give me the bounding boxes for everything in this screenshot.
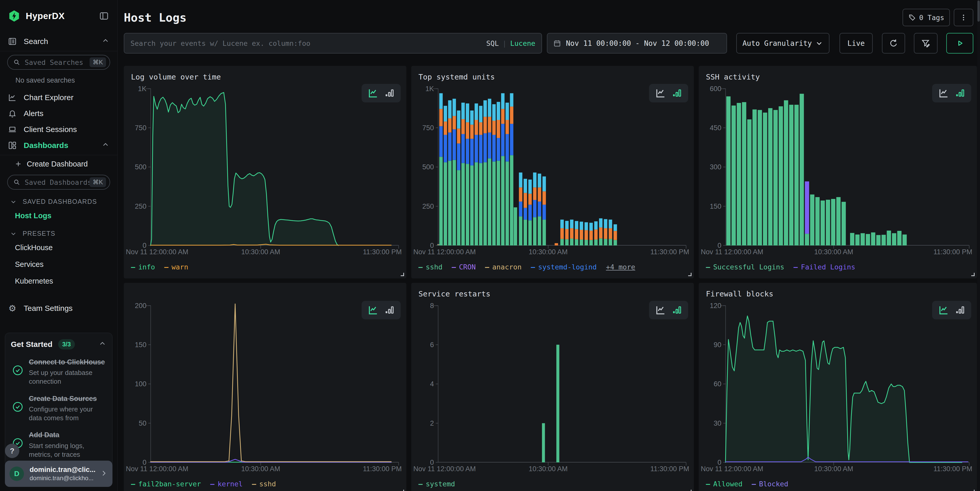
legend-item[interactable]: —systemd — [418, 480, 455, 488]
legend-item[interactable]: —warn — [164, 263, 188, 271]
chart-legend: —Allowed—Blocked — [706, 480, 977, 488]
get-started-step-sources[interactable]: Create Data Sources Configure where your… — [11, 394, 107, 423]
chart-legend: —info—warn — [131, 263, 406, 271]
legend-item[interactable]: —Failed Logins — [794, 263, 856, 271]
legend-item[interactable]: —Successful Logins — [706, 263, 784, 271]
date-range-picker[interactable]: Nov 11 00:00:00 - Nov 12 00:00:00 — [547, 33, 727, 54]
sidebar-item-kubernetes[interactable]: Kubernetes — [0, 273, 117, 289]
hyperdx-logo-icon — [8, 10, 21, 22]
event-search-input[interactable] — [130, 40, 486, 47]
svg-text:90: 90 — [714, 341, 721, 349]
filter-button[interactable] — [914, 33, 937, 54]
sidebar-item-services[interactable]: Services — [0, 256, 117, 273]
scrollbar-thumb[interactable] — [977, 0, 980, 22]
chevron-down-icon — [815, 39, 823, 47]
legend-item[interactable]: —info — [131, 263, 155, 271]
x-tick-label: 11:30:00 PM — [363, 465, 402, 473]
user-name: dominic.tran@clic... — [30, 466, 100, 474]
live-button[interactable]: Live — [840, 33, 873, 54]
line-view-icon[interactable] — [655, 304, 666, 316]
magnifier-icon — [13, 59, 21, 66]
sql-mode-button[interactable]: SQL — [486, 40, 499, 47]
saved-searches-input[interactable]: ⌘K — [7, 55, 110, 70]
sidebar-item-chart-explorer[interactable]: Chart Explorer — [0, 89, 117, 105]
chart-legend: —fail2ban-server—kernel—sshd — [131, 480, 406, 488]
sidebar-item-dashboards[interactable]: Dashboards — [0, 137, 117, 153]
divider — [0, 155, 117, 155]
chevron-up-icon — [102, 141, 110, 150]
calendar-icon — [553, 39, 561, 47]
run-query-button[interactable] — [946, 33, 973, 54]
bar-view-icon[interactable] — [671, 304, 682, 316]
legend-item[interactable]: —sshd — [252, 480, 276, 488]
panel-resize-handle[interactable] — [688, 273, 692, 276]
legend-item[interactable]: —anacron — [485, 263, 522, 271]
line-view-icon[interactable] — [367, 87, 379, 99]
get-started-step-add-data[interactable]: Add Data Start sending logs, metrics, or… — [11, 431, 107, 459]
sidebar-item-alerts[interactable]: Alerts — [0, 105, 117, 121]
chart-legend: —systemd — [418, 480, 694, 488]
chart-title: Log volume over time — [124, 66, 406, 81]
sidebar-item-client-sessions[interactable]: Client Sessions — [0, 121, 117, 137]
legend-item[interactable]: —Allowed — [706, 480, 743, 488]
legend-more-link[interactable]: +4 more — [606, 263, 635, 271]
panel-resize-handle[interactable] — [401, 273, 404, 276]
filter-edit-icon — [921, 38, 931, 48]
sidebar-item-team-settings[interactable]: ⚙ Team Settings — [0, 300, 117, 316]
legend-item[interactable]: —sshd — [418, 263, 442, 271]
tags-label: 0 Tags — [919, 14, 944, 22]
divider — [0, 51, 117, 51]
line-view-icon[interactable] — [938, 87, 949, 99]
panel-resize-handle[interactable] — [971, 273, 975, 276]
page-title: Host Logs — [124, 11, 186, 24]
saved-dashboards-input[interactable]: ⌘K — [7, 175, 110, 190]
lucene-mode-button[interactable]: Lucene — [510, 40, 535, 47]
legend-item[interactable]: —fail2ban-server — [131, 480, 201, 488]
panel-resize-handle[interactable] — [401, 490, 404, 491]
saved-dashboards-field[interactable] — [25, 178, 89, 186]
legend-item[interactable]: —Blocked — [752, 480, 788, 488]
chart-title: Service restarts — [411, 283, 694, 298]
get-started-step-connect[interactable]: Connect to ClickHouse Set up your databa… — [11, 358, 107, 386]
kebab-icon — [960, 14, 967, 21]
panel-resize-handle[interactable] — [971, 490, 975, 491]
tags-button[interactable]: 0 Tags — [902, 9, 950, 26]
help-button[interactable]: ? — [5, 444, 19, 458]
line-view-icon[interactable] — [938, 304, 949, 316]
user-menu[interactable]: D dominic.tran@clic... dominic.tran@clic… — [5, 461, 113, 487]
sidebar-item-search[interactable]: Search — [0, 33, 117, 49]
presets-section-header[interactable]: PRESETS — [0, 224, 117, 239]
step-desc: Start sending logs, metrics, or traces — [29, 441, 107, 459]
step-title: Add Data — [29, 431, 107, 440]
line-view-icon[interactable] — [367, 304, 379, 316]
sidebar-item-clickhouse[interactable]: ClickHouse — [0, 239, 117, 256]
chevron-up-icon[interactable] — [98, 340, 107, 349]
x-tick-label: Nov 11 12:00:00 AM — [126, 465, 188, 473]
bar-view-icon[interactable] — [384, 87, 395, 99]
panel-resize-handle[interactable] — [688, 490, 692, 491]
bar-view-icon[interactable] — [954, 87, 966, 99]
saved-searches-field[interactable] — [25, 59, 89, 67]
sidebar-collapse-icon[interactable] — [98, 10, 110, 22]
chart-legend: —sshd—CRON—anacron—systemd-logind+4 more — [418, 263, 694, 271]
legend-item[interactable]: —CRON — [452, 263, 476, 271]
sidebar-item-host-logs[interactable]: Host Logs — [0, 207, 117, 224]
svg-text:200: 200 — [135, 302, 146, 310]
line-view-icon[interactable] — [655, 87, 666, 99]
bar-view-icon[interactable] — [671, 87, 682, 99]
logo-row: HyperDX — [0, 8, 117, 24]
bar-view-icon[interactable] — [384, 304, 395, 316]
chart-plot-area: 02505007501K — [411, 89, 694, 246]
vertical-scrollbar[interactable] — [977, 0, 980, 491]
shortcut-badge: ⌘K — [89, 57, 106, 67]
bar-view-icon[interactable] — [954, 304, 966, 316]
legend-item[interactable]: —systemd-logind — [531, 263, 597, 271]
granularity-select[interactable]: Auto Granularity — [736, 33, 829, 54]
svg-text:750: 750 — [135, 124, 146, 132]
refresh-button[interactable] — [882, 33, 905, 54]
create-dashboard-button[interactable]: Create Dashboard — [0, 157, 117, 171]
legend-item[interactable]: —kernel — [210, 480, 243, 488]
avatar: D — [10, 467, 24, 481]
kebab-menu-button[interactable] — [954, 9, 973, 26]
saved-dashboards-section-header[interactable]: SAVED DASHBOARDS — [0, 192, 117, 207]
